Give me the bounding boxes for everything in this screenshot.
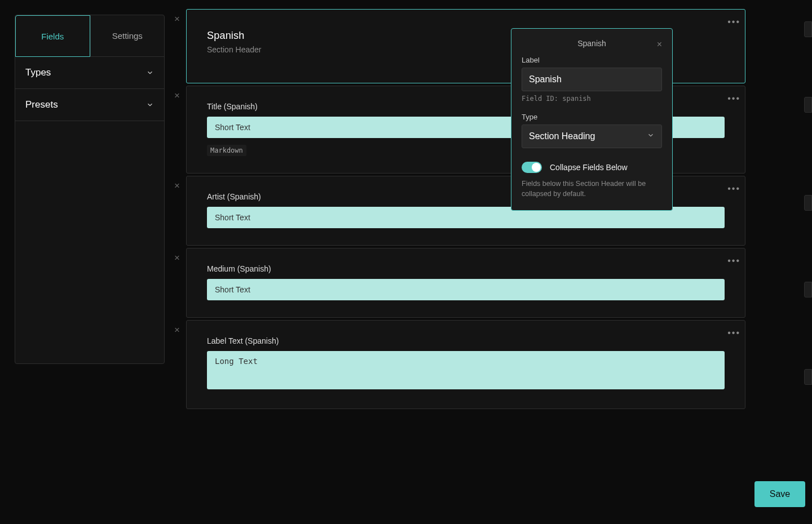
type-select[interactable]: Section Heading xyxy=(522,125,662,148)
tab-fields[interactable]: Fields xyxy=(15,15,90,57)
sidebar: Fields Settings Types Presets xyxy=(15,15,165,364)
offscreen-card-stub xyxy=(804,282,812,297)
chevron-down-icon xyxy=(146,69,154,77)
field-id-hint: Field ID: spanish xyxy=(522,95,662,103)
close-icon[interactable]: × xyxy=(174,14,180,24)
more-icon[interactable]: ••• xyxy=(727,328,740,338)
offscreen-card-stub xyxy=(804,21,812,37)
accordion-types-label: Types xyxy=(25,67,51,78)
chevron-down-icon xyxy=(146,101,154,109)
popover-title-text: Spanish xyxy=(577,39,606,48)
close-icon[interactable]: × xyxy=(174,91,180,100)
long-text-input[interactable] xyxy=(207,351,725,389)
field-label: Label Text (Spanish) xyxy=(207,336,725,345)
short-text-input[interactable] xyxy=(207,279,725,300)
accordion-types[interactable]: Types xyxy=(15,57,164,89)
popover-label-label: Label xyxy=(522,56,662,64)
more-icon[interactable]: ••• xyxy=(727,184,740,193)
close-icon[interactable]: × xyxy=(657,40,662,49)
more-icon[interactable]: ••• xyxy=(727,256,740,265)
tab-settings[interactable]: Settings xyxy=(90,15,165,57)
save-button[interactable]: Save xyxy=(754,481,805,507)
popover-title: Spanish × xyxy=(522,39,662,48)
chevron-down-icon xyxy=(647,131,655,141)
offscreen-card-stub xyxy=(804,195,812,211)
collapse-toggle-label: Collapse Fields Below xyxy=(550,163,628,172)
more-icon[interactable]: ••• xyxy=(727,94,740,103)
close-icon[interactable]: × xyxy=(174,181,180,190)
collapse-toggle[interactable] xyxy=(522,162,542,173)
field-card-medium-spanish[interactable]: × ••• Medium (Spanish) xyxy=(186,248,745,318)
popover-type-label: Type xyxy=(522,113,662,121)
offscreen-card-stub xyxy=(804,369,812,385)
close-icon[interactable]: × xyxy=(174,325,180,335)
type-select-value: Section Heading xyxy=(529,131,595,141)
section-header-popover: Spanish × Label Field ID: spanish Type S… xyxy=(511,28,673,211)
field-label: Medium (Spanish) xyxy=(207,264,725,273)
more-icon[interactable]: ••• xyxy=(727,17,740,26)
markdown-badge: Markdown xyxy=(207,145,246,156)
offscreen-card-stub xyxy=(804,97,812,113)
label-input[interactable] xyxy=(522,68,662,91)
accordion-presets[interactable]: Presets xyxy=(15,89,164,121)
field-card-label-text-spanish[interactable]: × ••• Label Text (Spanish) xyxy=(186,320,745,409)
close-icon[interactable]: × xyxy=(174,253,180,263)
collapse-toggle-desc: Fields below this Section Header will be… xyxy=(522,179,662,199)
sidebar-tabs: Fields Settings xyxy=(15,15,164,57)
accordion-presets-label: Presets xyxy=(25,99,58,110)
